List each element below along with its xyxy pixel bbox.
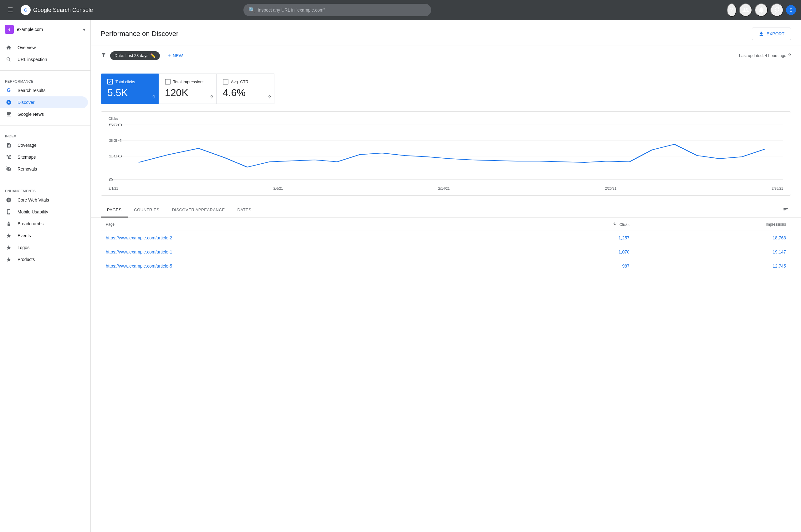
svg-text:500: 500 xyxy=(109,123,122,127)
nav-divider-3 xyxy=(0,180,91,180)
sidebar: e example.com ▾ Overview URL inspection … xyxy=(0,20,91,532)
metric-help-clicks[interactable]: ? xyxy=(152,95,155,100)
tab-dates[interactable]: DATES xyxy=(231,203,258,217)
sitemaps-icon xyxy=(5,154,13,160)
metric-help-ctr[interactable]: ? xyxy=(268,95,271,100)
sidebar-label-coverage: Coverage xyxy=(18,143,37,148)
col-header-clicks[interactable]: Clicks xyxy=(496,218,634,231)
nav-section-enhancements: Enhancements Core Web Vitals Mobile Usab… xyxy=(0,183,91,268)
nav-section-performance: Performance G Search results Discover Go… xyxy=(0,73,91,123)
page-title: Performance on Discover xyxy=(101,30,178,38)
svg-text:0: 0 xyxy=(109,178,113,182)
section-label-performance: Performance xyxy=(0,76,91,84)
metric-card-impressions[interactable]: Total impressions 120K ? xyxy=(159,74,216,104)
section-label-enhancements: Enhancements xyxy=(0,185,91,194)
section-label-index: Index xyxy=(0,131,91,139)
nav-icons: ? S xyxy=(727,3,796,17)
sidebar-item-search-results[interactable]: G Search results xyxy=(0,84,88,96)
sidebar-item-removals[interactable]: Removals xyxy=(0,163,88,175)
svg-rect-3 xyxy=(7,224,10,226)
metric-card-avg-ctr[interactable]: Avg. CTR 4.6% ? xyxy=(216,74,274,104)
export-button[interactable]: EXPORT xyxy=(752,27,791,40)
app-layout: e example.com ▾ Overview URL inspection … xyxy=(0,20,801,532)
line-chart: 500 334 166 0 xyxy=(109,122,783,184)
page-header: Performance on Discover EXPORT xyxy=(91,20,801,45)
tab-countries[interactable]: COUNTRIES xyxy=(128,203,166,217)
sidebar-item-overview[interactable]: Overview xyxy=(0,42,88,54)
sidebar-item-coverage[interactable]: Coverage xyxy=(0,139,88,151)
sidebar-label-core-web-vitals: Core Web Vitals xyxy=(18,197,49,203)
accounts-icon xyxy=(742,6,749,14)
search-sidebar-icon xyxy=(5,57,13,62)
property-icon: e xyxy=(5,25,14,34)
metric-header-ctr: Avg. CTR xyxy=(223,79,268,84)
url-inspect-input[interactable] xyxy=(258,7,426,13)
sidebar-item-mobile-usability[interactable]: Mobile Usability xyxy=(0,206,88,218)
page-cell-1[interactable]: https://www.example.com/article-1 xyxy=(101,245,496,259)
user-avatar[interactable]: S xyxy=(786,5,796,15)
new-filter-button[interactable]: + NEW xyxy=(164,50,187,61)
apps-grid-button[interactable] xyxy=(770,3,783,17)
filter-icon[interactable] xyxy=(101,52,107,59)
metric-checkbox-ctr xyxy=(223,79,228,84)
account-circle-button[interactable] xyxy=(739,3,752,17)
sidebar-item-url-inspection[interactable]: URL inspection xyxy=(0,54,88,65)
nav-divider-2 xyxy=(0,125,91,126)
page-cell-2[interactable]: https://www.example.com/article-5 xyxy=(101,259,496,273)
sidebar-label-search-results: Search results xyxy=(18,88,45,93)
metric-label-impressions: Total impressions xyxy=(173,79,204,84)
table-filter-icon[interactable] xyxy=(780,204,791,216)
date-filter-chip[interactable]: Date: Last 28 days ✏️ xyxy=(110,51,160,60)
tab-pages[interactable]: PAGES xyxy=(101,203,128,217)
events-icon xyxy=(5,233,13,239)
last-updated: Last updated: 4 hours ago ? xyxy=(739,53,791,58)
sidebar-label-products: Products xyxy=(18,257,35,262)
sidebar-item-products[interactable]: Products xyxy=(0,253,88,265)
logo: G Google Search Console xyxy=(21,5,93,15)
tabs-container: PAGES COUNTRIES DISCOVER APPEARANCE DATE… xyxy=(91,203,801,218)
breadcrumbs-icon xyxy=(5,221,13,227)
metric-checkbox-clicks xyxy=(107,79,113,84)
metric-card-total-clicks[interactable]: Total clicks 5.5K ? xyxy=(101,74,159,104)
svg-text:G: G xyxy=(24,7,27,13)
svg-text:166: 166 xyxy=(109,154,122,158)
page-cell-0[interactable]: https://www.example.com/article-2 xyxy=(101,231,496,245)
sidebar-item-discover[interactable]: Discover xyxy=(0,96,88,108)
sidebar-item-breadcrumbs[interactable]: Breadcrumbs xyxy=(0,218,88,230)
sort-down-icon xyxy=(613,222,617,226)
sidebar-item-sitemaps[interactable]: Sitemaps xyxy=(0,151,88,163)
sidebar-label-discover: Discover xyxy=(18,100,34,105)
logos-icon xyxy=(5,245,13,250)
tabs: PAGES COUNTRIES DISCOVER APPEARANCE DATE… xyxy=(101,203,258,217)
notifications-button[interactable] xyxy=(755,3,768,17)
sidebar-item-google-news[interactable]: Google News xyxy=(0,108,88,120)
data-table: Page Clicks Impressions https://www.exam… xyxy=(101,218,791,273)
chart-x-label-3: 2/14/21 xyxy=(438,187,450,190)
removals-icon xyxy=(5,166,13,172)
sidebar-item-events[interactable]: Events xyxy=(0,230,88,242)
metrics-row: Total clicks 5.5K ? Total impressions 12… xyxy=(91,66,801,104)
help-circle-icon[interactable]: ? xyxy=(788,53,791,58)
tab-discover-appearance[interactable]: DISCOVER APPEARANCE xyxy=(166,203,231,217)
sidebar-item-core-web-vitals[interactable]: Core Web Vitals xyxy=(0,194,88,206)
date-chip-label: Date: Last 28 days xyxy=(115,53,148,58)
top-nav: ☰ G Google Search Console 🔍 ? S xyxy=(0,0,801,20)
property-selector[interactable]: e example.com ▾ xyxy=(0,20,91,39)
sidebar-label-mobile-usability: Mobile Usability xyxy=(18,209,48,214)
help-button[interactable]: ? xyxy=(727,3,737,17)
sidebar-item-logos[interactable]: Logos xyxy=(0,242,88,253)
google-logo-icon: G xyxy=(21,5,31,15)
hamburger-icon[interactable]: ☰ xyxy=(5,4,16,16)
search-icon: 🔍 xyxy=(248,6,255,14)
new-label: NEW xyxy=(173,53,183,58)
impressions-cell-2: 12,745 xyxy=(634,259,791,273)
chart-x-label-5: 2/28/21 xyxy=(771,187,783,190)
nav-section-index: Index Coverage Sitemaps Removals xyxy=(0,128,91,177)
chart-container: Clicks 500 334 166 0 2/1/21 xyxy=(91,104,801,203)
nav-section-main: Overview URL inspection xyxy=(0,39,91,68)
metric-help-impressions[interactable]: ? xyxy=(210,95,213,100)
search-bar[interactable]: 🔍 xyxy=(244,4,431,16)
metric-value-ctr: 4.6% xyxy=(223,87,268,99)
metric-label-ctr: Avg. CTR xyxy=(231,79,248,84)
discover-icon xyxy=(5,99,13,105)
